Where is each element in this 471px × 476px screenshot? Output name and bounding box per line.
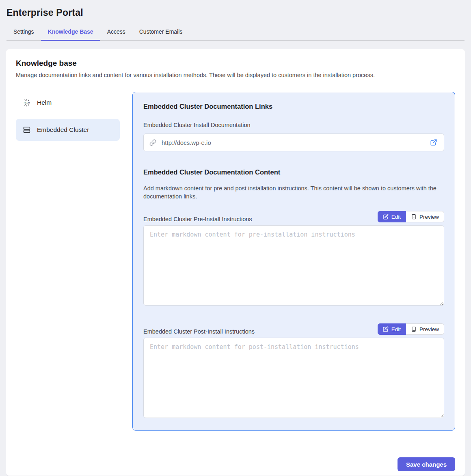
edit-icon bbox=[383, 326, 389, 332]
pre-install-label: Embedded Cluster Pre-Install Instruction… bbox=[143, 216, 252, 222]
tab-settings[interactable]: Settings bbox=[6, 24, 41, 40]
post-install-label-row: Embedded Cluster Post-Install Instructio… bbox=[143, 323, 444, 335]
install-doc-input[interactable] bbox=[161, 139, 425, 146]
card-description: Manage documentation links and content f… bbox=[16, 72, 455, 78]
sidebar-item-embedded-cluster[interactable]: Embedded Cluster bbox=[16, 119, 120, 141]
preview-icon bbox=[411, 326, 417, 332]
server-stack-icon bbox=[23, 126, 31, 134]
tab-bar: Settings Knowledge Base Access Customer … bbox=[6, 18, 465, 41]
links-section-heading: Embedded Cluster Documentation Links bbox=[143, 103, 444, 110]
save-row: Save changes bbox=[16, 457, 455, 471]
content-section-heading: Embedded Cluster Documentation Content bbox=[143, 168, 444, 176]
open-link-button[interactable] bbox=[429, 138, 438, 147]
post-install-preview-button[interactable]: Preview bbox=[406, 323, 444, 335]
post-install-label: Embedded Cluster Post-Install Instructio… bbox=[143, 328, 255, 335]
tab-access[interactable]: Access bbox=[100, 24, 132, 40]
preview-icon bbox=[411, 214, 417, 220]
external-link-icon bbox=[430, 139, 437, 146]
tab-customer-emails[interactable]: Customer Emails bbox=[132, 24, 190, 40]
pre-install-mode-toggle: Edit Preview bbox=[378, 211, 444, 222]
sidebar-item-helm[interactable]: HELM Helm bbox=[16, 92, 120, 114]
install-doc-label: Embedded Cluster Install Documentation bbox=[143, 122, 444, 128]
page-header: Enterprise Portal bbox=[0, 0, 471, 18]
sidebar-item-label: Embedded Cluster bbox=[37, 126, 89, 134]
pre-install-label-row: Embedded Cluster Pre-Install Instruction… bbox=[143, 211, 444, 222]
pre-install-preview-button[interactable]: Preview bbox=[406, 211, 444, 222]
install-doc-field bbox=[143, 134, 444, 151]
edit-button-label: Edit bbox=[391, 326, 401, 332]
pre-install-textarea[interactable] bbox=[143, 225, 444, 306]
install-method-sidebar: HELM Helm Embedded Cluster bbox=[16, 92, 120, 146]
embedded-cluster-panel: Embedded Cluster Documentation Links Emb… bbox=[132, 92, 455, 431]
save-changes-button[interactable]: Save changes bbox=[398, 457, 455, 471]
content-section-description: Add markdown content for pre and post in… bbox=[143, 184, 444, 200]
card-heading: Knowledge base bbox=[16, 59, 455, 68]
sidebar-item-label: Helm bbox=[37, 99, 52, 106]
pre-install-edit-button[interactable]: Edit bbox=[378, 211, 406, 222]
post-install-textarea[interactable] bbox=[143, 338, 444, 418]
knowledge-base-card: Knowledge base Manage documentation link… bbox=[6, 49, 465, 476]
post-install-mode-toggle: Edit Preview bbox=[378, 323, 444, 335]
tab-knowledge-base[interactable]: Knowledge Base bbox=[41, 24, 100, 40]
edit-button-label: Edit bbox=[391, 214, 401, 220]
content-row: HELM Helm Embedded Cluster Embedde bbox=[16, 92, 455, 431]
helm-icon: HELM bbox=[23, 99, 31, 107]
page-title: Enterprise Portal bbox=[6, 7, 465, 18]
post-install-edit-button[interactable]: Edit bbox=[378, 323, 406, 335]
svg-text:HELM: HELM bbox=[24, 101, 30, 104]
edit-icon bbox=[383, 214, 389, 220]
link-icon bbox=[149, 139, 156, 146]
preview-button-label: Preview bbox=[419, 214, 439, 220]
preview-button-label: Preview bbox=[419, 326, 439, 332]
